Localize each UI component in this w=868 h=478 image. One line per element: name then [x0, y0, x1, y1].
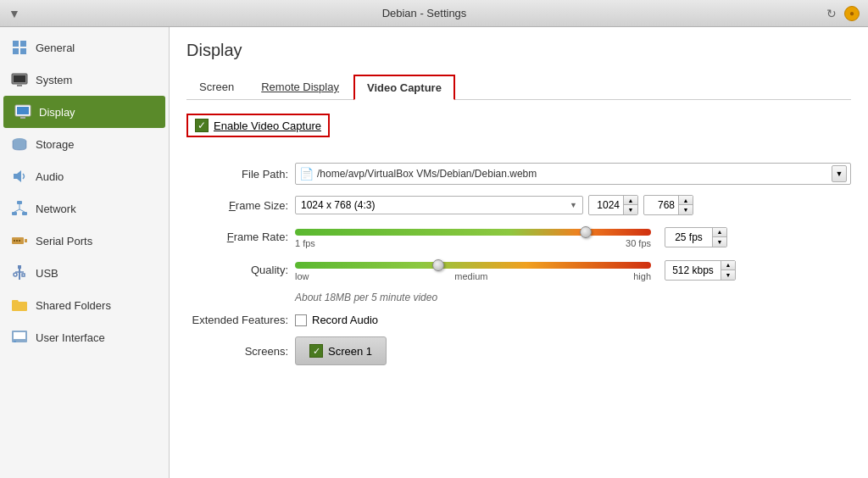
frame-rate-max-label: 30 fps [626, 238, 651, 248]
frame-size-arrow: ▼ [570, 201, 577, 209]
ui-icon [10, 328, 29, 347]
frame-width-up[interactable]: ▲ [624, 196, 637, 205]
svg-rect-13 [12, 212, 17, 215]
quality-slider[interactable] [295, 262, 651, 269]
svg-rect-27 [22, 274, 25, 276]
quality-up[interactable]: ▲ [721, 261, 735, 270]
quality-max-label: high [633, 271, 651, 281]
file-path-row: File Path: 📄 ▼ [186, 163, 851, 185]
window-title: Debian - Settings [22, 7, 826, 19]
frame-rate-slider[interactable] [295, 229, 651, 236]
sidebar-label-display: Display [39, 106, 75, 119]
content-area: Display Screen Remote Display Video Capt… [170, 27, 868, 478]
frame-rate-spin: ▲ ▼ [712, 228, 726, 247]
quality-min-label: low [295, 271, 309, 281]
svg-rect-23 [18, 265, 21, 269]
frame-height-field[interactable] [644, 197, 678, 214]
enable-video-capture-container[interactable]: ✓ Enable Video Capture [186, 114, 330, 137]
frame-height-up[interactable]: ▲ [679, 196, 693, 205]
quality-value[interactable] [665, 262, 721, 279]
file-path-label: File Path: [186, 168, 288, 181]
quality-down[interactable]: ▼ [721, 270, 735, 280]
frame-width-down[interactable]: ▼ [624, 205, 637, 214]
file-icon: 📄 [299, 167, 314, 181]
frame-height-input: ▲ ▼ [643, 195, 693, 215]
frame-width-input: ▲ ▼ [588, 195, 638, 215]
screens-label: Screens: [186, 345, 288, 358]
quality-slider-container: low medium high [295, 258, 651, 281]
quality-mid-label: medium [454, 271, 487, 281]
sidebar-label-shared-folders: Shared Folders [36, 299, 111, 312]
record-audio-label: Record Audio [312, 314, 378, 326]
frame-height-down[interactable]: ▼ [679, 205, 693, 214]
svg-marker-11 [14, 170, 21, 182]
file-path-container: 📄 ▼ [295, 163, 851, 185]
svg-rect-12 [17, 201, 22, 204]
sidebar-label-audio: Audio [36, 170, 64, 183]
tab-remote-display[interactable]: Remote Display [248, 75, 352, 100]
network-icon [10, 199, 29, 218]
close-button[interactable]: ● [844, 6, 860, 21]
titlebar-dropdown-icon[interactable]: ▼ [8, 7, 22, 20]
screen1-checkbox: ✓ [309, 344, 323, 358]
sidebar-item-display[interactable]: Display [3, 96, 165, 128]
screen1-button[interactable]: ✓ Screen 1 [295, 336, 387, 365]
display-icon [14, 103, 32, 121]
sidebar-item-storage[interactable]: Storage [0, 128, 169, 160]
frame-width-spin: ▲ ▼ [623, 196, 637, 214]
general-icon [10, 38, 29, 57]
main-container: General System Display Storage Audio [0, 27, 868, 478]
sidebar-label-serial-ports: Serial Ports [36, 235, 92, 247]
sidebar-item-shared-folders[interactable]: Shared Folders [0, 289, 169, 321]
extended-features-row: Extended Features: Record Audio [186, 314, 851, 326]
screens-row: Screens: ✓ Screen 1 [186, 336, 851, 365]
frame-rate-row: Frame Rate: 1 fps 30 fps ▲ ▼ [186, 225, 851, 248]
quality-labels: low medium high [295, 271, 651, 281]
file-path-dropdown[interactable]: ▼ [832, 165, 847, 182]
svg-rect-3 [20, 48, 26, 54]
frame-height-spin: ▲ ▼ [678, 196, 693, 214]
tab-screen[interactable]: Screen [186, 75, 247, 100]
frame-rate-value[interactable] [665, 229, 712, 246]
quality-row: Quality: low medium high ▲ ▼ [186, 258, 851, 281]
sidebar-item-user-interface[interactable]: User Interface [0, 321, 169, 353]
sidebar-label-network: Network [36, 203, 76, 215]
titlebar-controls: ↻ ● [826, 6, 860, 21]
frame-rate-down[interactable]: ▼ [713, 237, 726, 247]
sidebar-item-usb[interactable]: USB [0, 257, 169, 289]
serial-icon [10, 231, 29, 250]
svg-rect-29 [14, 332, 25, 339]
quality-spin: ▲ ▼ [721, 261, 735, 280]
svg-point-21 [19, 240, 20, 242]
sidebar-item-general[interactable]: General [0, 31, 169, 64]
svg-point-20 [16, 240, 18, 242]
refresh-icon[interactable]: ↻ [826, 7, 840, 20]
enable-video-capture-checkbox[interactable]: ✓ [195, 119, 209, 132]
sidebar-label-system: System [36, 74, 72, 86]
frame-width-field[interactable] [589, 197, 623, 214]
file-path-input[interactable] [317, 168, 828, 180]
sidebar-item-network[interactable]: Network [0, 192, 169, 225]
sidebar-item-audio[interactable]: Audio [0, 160, 169, 192]
sidebar-label-storage: Storage [36, 138, 75, 151]
titlebar-left: ▼ [8, 7, 22, 20]
extended-features-label: Extended Features: [186, 314, 288, 326]
svg-point-26 [14, 273, 17, 276]
frame-size-container: 1024 x 768 (4:3) ▼ ▲ ▼ ▲ ▼ [295, 195, 851, 215]
frame-rate-slider-container: 1 fps 30 fps [295, 225, 651, 248]
frame-rate-up[interactable]: ▲ [713, 228, 726, 237]
sidebar-item-system[interactable]: System [0, 64, 169, 96]
svg-rect-22 [25, 239, 27, 242]
frame-size-select[interactable]: 1024 x 768 (4:3) ▼ [295, 196, 583, 214]
svg-rect-2 [13, 48, 19, 54]
record-audio-checkbox[interactable] [295, 314, 307, 326]
folder-icon [10, 296, 29, 314]
enable-row: ✓ Enable Video Capture [186, 114, 851, 151]
frame-rate-value-container: ▲ ▼ [665, 227, 727, 247]
tab-bar: Screen Remote Display Video Capture [186, 74, 851, 100]
sidebar-item-serial-ports[interactable]: Serial Ports [0, 225, 169, 257]
tab-video-capture[interactable]: Video Capture [353, 75, 455, 100]
about-text: About 18MB per 5 minute video [295, 292, 851, 303]
page-title: Display [186, 41, 851, 60]
svg-rect-9 [20, 117, 25, 119]
